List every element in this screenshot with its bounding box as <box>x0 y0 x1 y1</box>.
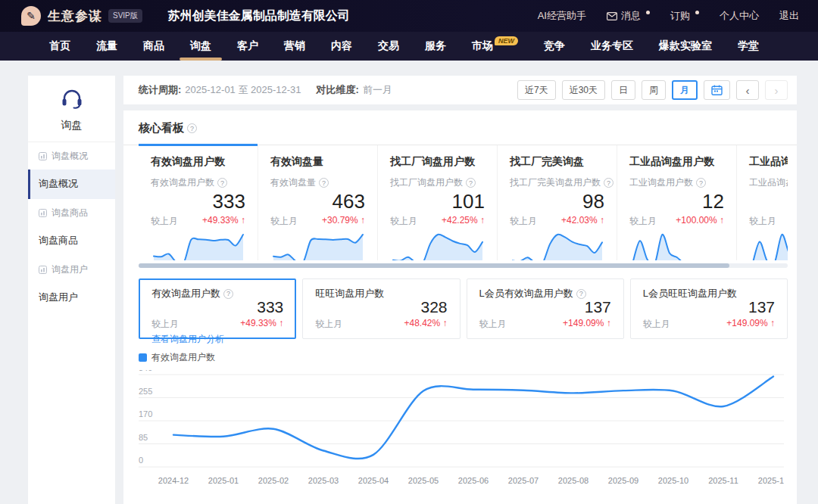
horizontal-scrollbar[interactable] <box>139 263 788 268</box>
help-icon[interactable]: ? <box>604 178 614 188</box>
kpi-compare-row: 较上月+42.03% ↑ <box>510 215 604 228</box>
nav-item-label: 服务 <box>425 39 446 53</box>
sidebar-item-2[interactable]: 询盘用户 <box>28 283 115 313</box>
x-tick-label: 2025-04 <box>358 476 389 485</box>
sidebar-menu: 询盘概况询盘概况询盘商品询盘商品询盘用户询盘用户 <box>28 142 115 313</box>
header-action-3[interactable]: 个人中心 <box>720 9 759 23</box>
x-tick-label: 2025-09 <box>608 476 638 485</box>
range-button-2[interactable]: 日 <box>611 80 635 100</box>
sidebar-group-0[interactable]: 询盘概况 <box>28 142 115 170</box>
notification-dot <box>695 11 699 14</box>
nav-item-4[interactable]: 客户 <box>224 32 271 61</box>
metric-card-3[interactable]: L会员旺旺询盘用户数137较上月+149.09% ↑ <box>630 278 788 339</box>
nav-item-13[interactable]: 学堂 <box>725 32 772 61</box>
nav-item-3[interactable]: 询盘 <box>177 32 224 61</box>
metric-compare-row: 较上月+149.09% ↑ <box>479 318 611 331</box>
line-chart: 0851702553402024-122025-012025-022025-03… <box>139 370 784 490</box>
y-tick-label: 340 <box>139 370 152 372</box>
next-period-button[interactable]: › <box>765 80 788 100</box>
x-tick-label: 2025-06 <box>458 476 489 485</box>
compare-period-label: 较上月 <box>643 318 670 331</box>
kpi-value: 333 <box>151 191 245 213</box>
arrow-up-icon: ↑ <box>279 318 283 328</box>
metric-card-1[interactable]: 旺旺询盘用户数328较上月+48.42% ↑ <box>302 278 460 339</box>
nav-item-8[interactable]: 服务 <box>412 32 459 61</box>
nav-item-10[interactable]: 竞争 <box>531 32 578 61</box>
kpi-sublabel: 工业询盘用户数? <box>629 176 724 189</box>
brand-name: 生意参谋 <box>48 8 102 25</box>
range-button-4[interactable]: 月 <box>672 80 698 100</box>
kpi-compare-row: 较上月+100.00% ↑ <box>629 215 724 228</box>
compare-value: 前一月 <box>363 83 392 97</box>
kpi-card-2[interactable]: 找工厂询盘用户数找工厂询盘用户数?101较上月+42.25% ↑ <box>378 145 498 260</box>
nav-item-label: 客户 <box>237 39 258 53</box>
scrollbar-thumb[interactable] <box>139 263 729 268</box>
sidebar-group-1[interactable]: 询盘商品 <box>28 199 115 226</box>
nav-item-2[interactable]: 商品 <box>130 32 177 61</box>
nav-item-5[interactable]: 营销 <box>271 32 318 61</box>
kpi-sublabel-text: 有效询盘用户数 <box>151 176 214 189</box>
help-icon[interactable]: ? <box>696 178 706 188</box>
header-action-1[interactable]: 消息 <box>607 9 650 23</box>
sidebar-group-label: 询盘商品 <box>52 207 88 219</box>
sidebar-item-1[interactable]: 询盘商品 <box>28 226 115 256</box>
nav-item-9[interactable]: 市场NEW <box>459 32 531 61</box>
help-icon[interactable]: ? <box>576 289 586 299</box>
help-icon[interactable]: ? <box>223 289 233 299</box>
nav-item-11[interactable]: 业务专区 <box>578 32 646 61</box>
kpi-change: +30.79% ↑ <box>322 215 365 228</box>
view-analysis-link[interactable]: 查看询盘用户分析 <box>151 333 283 346</box>
kpi-card-3[interactable]: 找工厂完美询盘找工厂完美询盘用户数?98较上月+42.03% ↑ <box>498 145 617 260</box>
range-button-0[interactable]: 近7天 <box>517 80 556 100</box>
help-icon[interactable]: ? <box>466 178 476 188</box>
kpi-card-5[interactable]: 工业品询盘量工业品询盘量?较上月 <box>737 145 788 260</box>
nav-item-12[interactable]: 爆款实验室 <box>646 32 725 61</box>
calendar-button[interactable] <box>704 80 730 100</box>
kpi-title: 工业品询盘量 <box>749 155 788 169</box>
prev-period-button[interactable]: ‹ <box>736 80 759 100</box>
metric-compare-row: 较上月+49.33% ↑ <box>151 318 283 331</box>
help-icon[interactable]: ? <box>217 178 227 188</box>
x-tick-label: 2025-12 <box>758 476 784 485</box>
header-action-2[interactable]: 订购 <box>670 9 699 23</box>
help-icon[interactable]: ? <box>319 178 329 188</box>
nav-item-0[interactable]: 首页 <box>36 32 83 61</box>
kpi-sublabel-text: 找工厂询盘用户数 <box>390 176 463 189</box>
filter-bar: 统计周期: 2025-12-01 至 2025-12-31 对比维度: 前一月 … <box>123 76 797 104</box>
kpi-change: +42.03% ↑ <box>561 215 604 228</box>
kpi-card-4[interactable]: 工业品询盘用户数工业询盘用户数?12较上月+100.00% ↑ <box>617 145 737 260</box>
range-button-3[interactable]: 周 <box>642 80 666 100</box>
metric-card-0[interactable]: 有效询盘用户数?333较上月+49.33% ↑查看询盘用户分析 <box>139 278 296 339</box>
nav-item-6[interactable]: 内容 <box>318 32 365 61</box>
svip-badge: SVIP版 <box>108 9 142 23</box>
trend-chart-section: 有效询盘用户数 0851702553402024-122025-012025-0… <box>139 351 788 493</box>
y-tick-label: 170 <box>139 409 152 418</box>
kpi-card-1[interactable]: 有效询盘量有效询盘量?463较上月+30.79% ↑ <box>258 145 378 260</box>
metric-value: 137 <box>479 298 611 316</box>
arrow-up-icon: ↑ <box>241 215 245 226</box>
header-action-4[interactable]: 退出 <box>779 9 799 23</box>
kpi-value: 101 <box>390 191 485 213</box>
compare-period-label: 较上月 <box>749 215 776 228</box>
sidebar-item-0[interactable]: 询盘概况 <box>28 170 115 199</box>
sidebar-group-2[interactable]: 询盘用户 <box>28 256 115 283</box>
kpi-compare-row: 较上月+42.25% ↑ <box>390 215 485 228</box>
nav-item-label: 首页 <box>49 39 70 53</box>
nav-item-7[interactable]: 交易 <box>365 32 412 61</box>
nav-item-label: 爆款实验室 <box>659 39 712 53</box>
range-button-1[interactable]: 近30天 <box>562 80 605 100</box>
kpi-card-0[interactable]: 有效询盘用户数有效询盘用户数?333较上月+49.33% ↑ <box>139 145 258 260</box>
header-action-label: 退出 <box>779 9 799 23</box>
metric-change: +49.33% ↑ <box>240 318 283 331</box>
compare-period-label: 较上月 <box>151 318 179 331</box>
nav-item-1[interactable]: 流量 <box>83 32 130 61</box>
kpi-row: 有效询盘用户数有效询盘用户数?333较上月+49.33% ↑有效询盘量有效询盘量… <box>139 145 788 260</box>
help-icon[interactable]: ? <box>187 123 197 133</box>
x-tick-label: 2025-11 <box>708 476 738 485</box>
compare-period-label: 较上月 <box>315 318 342 331</box>
compare-period-label: 较上月 <box>479 318 507 331</box>
header-action-0[interactable]: AI经营助手 <box>538 9 586 23</box>
metric-card-2[interactable]: L会员有效询盘用户数?137较上月+149.09% ↑ <box>467 278 624 339</box>
kpi-title: 有效询盘用户数 <box>151 155 245 169</box>
active-tab-indicator <box>139 144 258 146</box>
